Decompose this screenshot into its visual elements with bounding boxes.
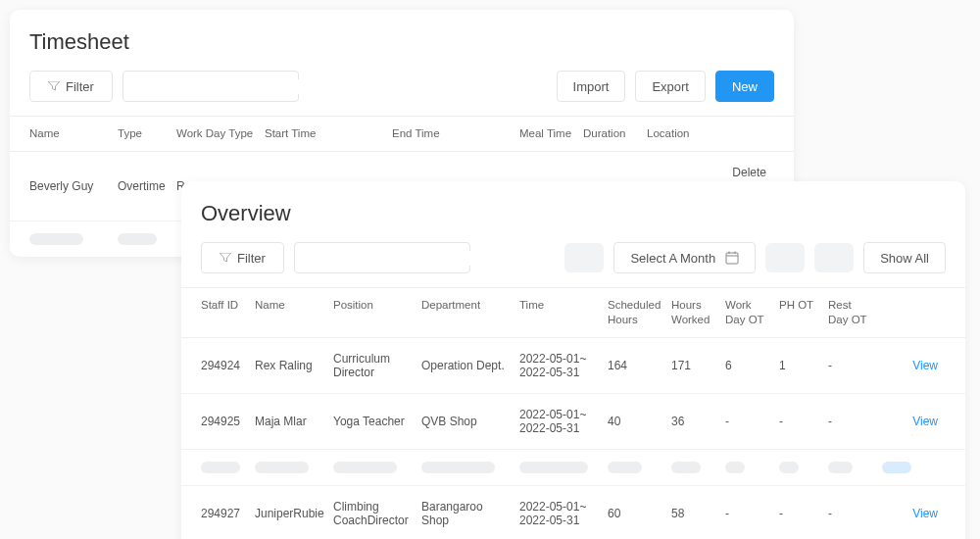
cell-staff-id: 294927 (201, 507, 255, 520)
col-position: Position (333, 298, 421, 327)
cell-staff-id: 294924 (201, 359, 255, 372)
timesheet-toolbar: Filter Import Export New (10, 71, 794, 116)
view-link[interactable]: View (912, 415, 938, 428)
cell-scheduled-hours: 40 (608, 415, 671, 428)
table-row: 294927JuniperRubieClimbing CoachDirector… (181, 486, 965, 539)
filter-button[interactable]: Filter (29, 71, 113, 102)
col-hours-worked: Hours Worked (671, 298, 725, 327)
filter-icon (220, 253, 231, 263)
skeleton-button (814, 243, 854, 272)
new-button[interactable]: New (715, 71, 774, 102)
col-location: Location (647, 126, 725, 141)
overview-toolbar: Filter Select A Month Show All (181, 242, 965, 287)
select-month-button[interactable]: Select A Month (613, 242, 756, 273)
cell-type: Overtime (118, 179, 176, 193)
skeleton-button (765, 243, 805, 272)
cell-department: QVB Shop (421, 415, 519, 428)
table-header: Name Type Work Day Type Start Time End T… (10, 116, 794, 152)
cell-work-day-ot: - (725, 507, 779, 520)
col-staff-id: Staff ID (201, 298, 255, 327)
col-ph-ot: PH OT (779, 298, 828, 327)
table-row: 294925Maja MlarYoga TeacherQVB Shop2022-… (181, 394, 965, 450)
export-button[interactable]: Export (635, 71, 706, 102)
col-work-day-ot: Work Day OT (725, 298, 779, 327)
svg-rect-4 (726, 253, 738, 264)
cell-department: Operation Dept. (421, 359, 519, 372)
calendar-icon (725, 251, 739, 265)
cell-position: Yoga Teacher (333, 415, 421, 428)
search-field[interactable] (139, 79, 304, 94)
col-meal-time: Meal Time (519, 126, 583, 141)
cell-time: 2022-05-01~ 2022-05-31 (519, 352, 608, 379)
cell-name: Maja Mlar (255, 415, 333, 428)
cell-name: JuniperRubie (255, 507, 333, 520)
skeleton-row (181, 450, 965, 486)
cell-scheduled-hours: 164 (608, 359, 671, 372)
show-all-button[interactable]: Show All (863, 242, 946, 273)
cell-time: 2022-05-01~ 2022-05-31 (519, 500, 608, 527)
search-input[interactable] (122, 71, 299, 102)
search-input[interactable] (294, 242, 470, 273)
cell-work-day-ot: 6 (725, 359, 779, 372)
col-duration: Duration (583, 126, 647, 141)
cell-name: Rex Raling (255, 359, 333, 372)
col-department: Department (421, 298, 519, 327)
col-end-time: End Time (392, 126, 519, 141)
cell-ph-ot: 1 (779, 359, 828, 372)
col-time: Time (519, 298, 608, 327)
table-row: 294924Rex RalingCurriculum DirectorOpera… (181, 338, 965, 394)
col-start-time: Start Time (265, 126, 392, 141)
cell-position: Climbing CoachDirector (333, 500, 421, 527)
view-link[interactable]: View (912, 507, 938, 520)
cell-position: Curriculum Director (333, 352, 421, 379)
select-month-label: Select A Month (630, 251, 715, 266)
filter-label: Filter (66, 79, 94, 94)
col-work-day-type: Work Day Type (176, 126, 265, 141)
cell-rest-day-ot: - (828, 415, 882, 428)
cell-rest-day-ot: - (828, 507, 882, 520)
cell-name: Beverly Guy (29, 179, 118, 193)
cell-scheduled-hours: 60 (608, 507, 671, 520)
timesheet-title: Timesheet (10, 29, 794, 71)
search-field[interactable] (311, 251, 475, 266)
cell-rest-day-ot: - (828, 359, 882, 372)
filter-label: Filter (237, 251, 266, 266)
cell-hours-worked: 58 (671, 507, 725, 520)
col-name: Name (29, 126, 118, 141)
view-link[interactable]: View (912, 359, 938, 372)
filter-icon (48, 81, 60, 91)
cell-hours-worked: 171 (671, 359, 725, 372)
cell-ph-ot: - (779, 507, 828, 520)
table-header: Staff ID Name Position Department Time S… (181, 287, 965, 338)
skeleton-button (564, 243, 604, 272)
cell-hours-worked: 36 (671, 415, 725, 428)
col-type: Type (118, 126, 176, 141)
cell-work-day-ot: - (725, 415, 779, 428)
import-button[interactable]: Import (557, 71, 626, 102)
cell-time: 2022-05-01~ 2022-05-31 (519, 408, 608, 435)
col-rest-day-ot: Rest Day OT (828, 298, 882, 327)
delete-link[interactable]: Delete (732, 166, 766, 179)
cell-staff-id: 294925 (201, 415, 255, 428)
filter-button[interactable]: Filter (201, 242, 284, 273)
cell-department: Barangaroo Shop (421, 500, 519, 527)
overview-panel: Overview Filter Select A Month Show All (181, 181, 965, 539)
overview-table: Staff ID Name Position Department Time S… (181, 287, 965, 539)
col-name: Name (255, 298, 333, 327)
col-scheduled-hours: Scheduled Hours (608, 298, 671, 327)
overview-title: Overview (181, 201, 965, 242)
cell-ph-ot: - (779, 415, 828, 428)
